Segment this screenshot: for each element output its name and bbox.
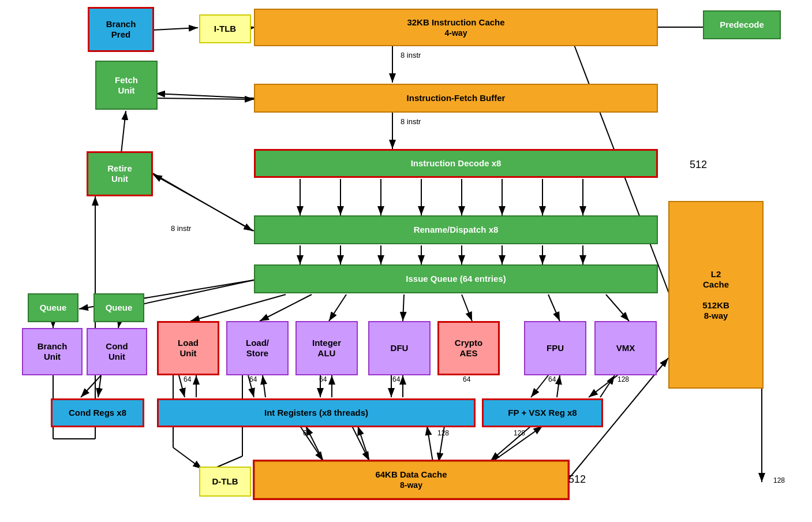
integer-alu-label: IntegerALU xyxy=(312,338,341,359)
svg-line-2 xyxy=(153,28,198,30)
data-cache-label: 64KB Data Cache8-way xyxy=(375,469,447,490)
cond-regs-block: Cond Regs x8 xyxy=(51,398,144,427)
branch-pred-block: BranchPred xyxy=(88,7,154,52)
label-128-datacache: 128 xyxy=(437,429,449,437)
retire-unit-label: RetireUnit xyxy=(107,163,132,184)
svg-line-35 xyxy=(260,294,312,321)
fetch-unit-block: FetchUnit xyxy=(95,61,158,110)
svg-line-68 xyxy=(427,426,433,462)
label-64-dfu: 64 xyxy=(392,375,400,383)
predecode-block: Predecode xyxy=(703,10,781,39)
fpu-label: FPU xyxy=(547,343,564,353)
i-tlb-block: I-TLB xyxy=(199,14,251,43)
svg-line-9 xyxy=(155,98,254,99)
fetch-buffer-block: Instruction-Fetch Buffer xyxy=(254,84,658,113)
instruction-cache-block: 32KB Instruction Cache4-way xyxy=(254,9,658,46)
branch-unit-label: BranchUnit xyxy=(38,341,68,362)
dfu-label: DFU xyxy=(391,343,409,353)
label-128-fpvsx: 128 xyxy=(514,429,525,437)
fpu-block: FPU xyxy=(524,321,586,375)
label-8instr-3: 8 instr xyxy=(171,224,191,233)
data-cache-block: 64KB Data Cache8-way xyxy=(254,461,568,499)
svg-line-20 xyxy=(153,173,253,231)
retire-unit-block: RetireUnit xyxy=(87,151,153,196)
issue-queue-label: Issue Queue (64 entries) xyxy=(406,274,506,284)
load-store-label: Load/Store xyxy=(246,338,269,359)
vmx-label: VMX xyxy=(616,343,635,353)
svg-line-8 xyxy=(156,94,254,98)
i-tlb-label: I-TLB xyxy=(214,24,236,34)
svg-line-49 xyxy=(263,375,265,397)
fetch-unit-label: FetchUnit xyxy=(115,75,138,96)
label-64-fpu: 64 xyxy=(548,375,556,383)
d-tlb-label: D-TLB xyxy=(212,476,238,487)
svg-line-33 xyxy=(118,322,119,328)
label-128-farright: 128 xyxy=(773,476,785,484)
svg-line-36 xyxy=(329,294,346,321)
cond-unit-label: CondUnit xyxy=(106,341,128,362)
branch-pred-label: BranchPred xyxy=(106,19,136,40)
svg-line-40 xyxy=(606,294,629,321)
rename-dispatch-label: Rename/Dispatch x8 xyxy=(414,225,499,235)
fp-vsx-block: FP + VSX Reg x8 xyxy=(482,398,603,427)
svg-line-21 xyxy=(153,174,254,231)
svg-line-56 xyxy=(589,375,618,397)
d-tlb-block: D-TLB xyxy=(199,467,251,497)
svg-line-54 xyxy=(531,375,548,397)
integer-alu-block: IntegerALU xyxy=(295,321,358,375)
svg-line-45 xyxy=(81,375,101,397)
queue2-label: Queue xyxy=(106,303,133,313)
svg-line-61 xyxy=(358,426,369,461)
cond-regs-label: Cond Regs x8 xyxy=(69,408,126,418)
svg-line-65 xyxy=(173,448,202,469)
svg-line-39 xyxy=(548,294,560,321)
queue1-block: Queue xyxy=(28,293,78,322)
svg-line-37 xyxy=(403,294,404,321)
label-64-loadunit: 64 xyxy=(184,375,191,383)
fp-vsx-label: FP + VSX Reg x8 xyxy=(508,408,577,418)
label-128-vmx: 128 xyxy=(618,375,629,383)
dfu-block: DFU xyxy=(368,321,431,375)
l2-cache-block: L2Cache512KB8-way xyxy=(668,201,764,389)
int-registers-block: Int Registers (x8 threads) xyxy=(157,398,476,427)
svg-line-34 xyxy=(190,294,286,321)
issue-queue-block: Issue Queue (64 entries) xyxy=(254,264,658,293)
svg-line-44 xyxy=(98,375,101,397)
label-512-right: 512 xyxy=(690,159,707,171)
label-512-bottom: 512 xyxy=(568,473,586,486)
queue1-label: Queue xyxy=(40,303,67,313)
int-registers-label: Int Registers (x8 threads) xyxy=(264,408,368,418)
label-64-crypto: 64 xyxy=(463,375,470,383)
branch-unit-block: BranchUnit xyxy=(22,328,83,375)
load-unit-label: LoadUnit xyxy=(178,338,199,359)
crypto-aes-block: CryptoAES xyxy=(437,321,500,375)
queue2-block: Queue xyxy=(93,293,144,322)
label-64-loadstore: 64 xyxy=(249,375,257,383)
svg-line-60 xyxy=(352,426,369,461)
predecode-label: Predecode xyxy=(720,20,764,30)
fetch-buffer-label: Instruction-Fetch Buffer xyxy=(407,93,506,103)
svg-line-19 xyxy=(121,111,126,153)
label-64-bottom: 64 xyxy=(303,429,310,437)
load-unit-block: LoadUnit xyxy=(157,321,219,375)
instruction-decode-block: Instruction Decode x8 xyxy=(254,149,658,178)
cond-unit-block: CondUnit xyxy=(87,328,147,375)
diagram: 32KB Instruction Cache4-way I-TLB Branch… xyxy=(0,0,812,522)
rename-dispatch-block: Rename/Dispatch x8 xyxy=(254,215,658,244)
label-8instr-1: 8 instr xyxy=(401,51,421,59)
l2-cache-label: L2Cache512KB8-way xyxy=(702,269,729,321)
svg-line-57 xyxy=(600,375,615,397)
svg-line-55 xyxy=(557,375,560,397)
crypto-aes-label: CryptoAES xyxy=(455,338,482,359)
instruction-decode-label: Instruction Decode x8 xyxy=(411,158,502,169)
load-store-block: Load/Store xyxy=(226,321,289,375)
instruction-cache-label: 32KB Instruction Cache4-way xyxy=(407,17,504,38)
label-8instr-2: 8 instr xyxy=(401,117,421,126)
vmx-block: VMX xyxy=(594,321,657,375)
label-64-intalu: 64 xyxy=(319,375,327,383)
svg-line-38 xyxy=(462,294,472,321)
